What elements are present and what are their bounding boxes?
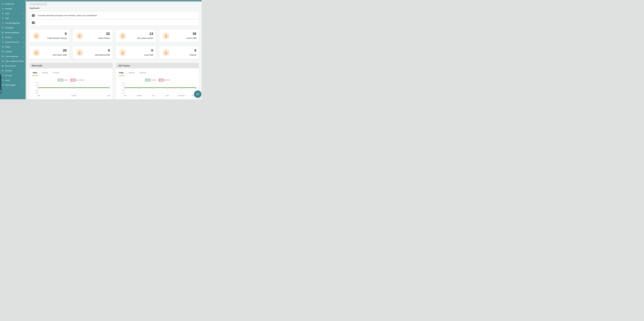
person-icon (2, 22, 4, 24)
stat-label: Student (190, 54, 196, 56)
data-point[interactable] (73, 87, 75, 88)
sidebar-item-label: Alerts (5, 79, 10, 81)
chevron-right-icon (23, 46, 24, 48)
y-tick-label: 1.0 (36, 82, 38, 83)
sidebar-item-dashboard[interactable]: Dashboard (0, 2, 25, 6)
data-point[interactable] (38, 87, 40, 88)
tab-monthly[interactable]: Monthly (52, 72, 60, 76)
sidebar-item-medication[interactable]: Medication (0, 26, 25, 30)
stat-card-international-staff[interactable]: 0 International Staff (73, 46, 112, 59)
sidebar-item-communications[interactable]: Communications (0, 54, 25, 59)
sidebar-item-client[interactable]: Client (0, 11, 25, 16)
stat-label: Non-Active Clients (137, 37, 153, 39)
tab-daily[interactable]: Daily (118, 72, 124, 76)
x-tick-label: LUNCH (137, 95, 142, 96)
legend-item-ontime: ONTIME (145, 79, 156, 81)
stat-card-non-active-clients[interactable]: 13 Non-Active Clients (116, 30, 156, 42)
sidebar-item-label: Dashboard (5, 3, 14, 5)
chevron-right-icon (23, 84, 24, 86)
sidebar-item-directors[interactable]: Directors (0, 68, 25, 73)
main-content: Dashboard Dashboard Company Birthday pro… (26, 0, 202, 99)
data-point[interactable] (181, 87, 182, 88)
sidebar-item-human-resource[interactable]: Human Resource (0, 40, 25, 45)
y-tick-label: -1.0 (35, 92, 38, 94)
data-point[interactable] (124, 87, 126, 88)
stat-value: 0 (194, 49, 196, 53)
sidebar-item-care360[interactable]: Care360 (0, 49, 25, 54)
med-audit-tabs: Daily Weekly Monthly (32, 72, 110, 76)
legend-label: MISSED (164, 79, 170, 81)
legend-swatch-red (159, 79, 164, 81)
sidebar-item-alerts[interactable]: Alerts (0, 78, 25, 83)
legend-swatch-green (145, 79, 150, 81)
stat-value: 35 (192, 32, 196, 36)
y-tick-label: 0.5 (122, 84, 124, 86)
x-tick-label: AM (38, 95, 40, 96)
stat-card-student[interactable]: 0 Student (159, 46, 199, 59)
data-point[interactable] (152, 87, 154, 88)
sidebar-item-finance[interactable]: $ Finance (0, 35, 25, 40)
stat-card-active-staff[interactable]: 35 Active Staff (159, 30, 199, 42)
data-point[interactable] (138, 87, 140, 88)
bell-icon (2, 79, 4, 81)
med-audit-chart: 1.0 0.5 0 -0.5 -1.0 (39, 82, 109, 94)
stat-value: 0 (151, 49, 153, 53)
person-icon (78, 34, 82, 38)
sidebar-item-chat-support[interactable]: Chat Support (0, 83, 25, 87)
tab-weekly[interactable]: Weekly (41, 72, 49, 76)
chevron-right-icon (23, 41, 24, 43)
x-tick-label: TEA (152, 95, 155, 96)
gridline (125, 93, 196, 93)
tab-monthly[interactable]: Monthly (139, 72, 147, 76)
chat-fab-button[interactable] (194, 91, 201, 98)
sidebar-item-pin-code[interactable]: Pin code (0, 73, 25, 78)
stat-card-local-staff[interactable]: 0 Local Staff (116, 46, 156, 59)
data-point[interactable] (167, 87, 168, 88)
stat-card-non-active-staff[interactable]: 20 Non-Active Staff (30, 46, 69, 59)
sidebar-item-label: Others (5, 46, 10, 48)
message-icon (2, 55, 4, 58)
data-point[interactable] (108, 87, 110, 88)
tab-weekly[interactable]: Weekly (128, 72, 135, 76)
sidebar-item-cqc-healthcare-news[interactable]: CQC, Healthcare News (0, 59, 25, 64)
data-point[interactable] (195, 87, 196, 88)
sidebar-item-monitoring-report[interactable]: Monitoring/Report (0, 30, 25, 35)
envelope-icon (32, 21, 35, 24)
notification-text: Company Birthday prompters now working. … (38, 14, 97, 17)
sidebar-item-label: Care Management (5, 22, 20, 24)
sidebar-item-label: Client (5, 13, 10, 15)
avatar (33, 33, 40, 39)
legend-label: NOT GIVEN (76, 79, 84, 81)
stat-card-active-clients[interactable]: 22 Active Clients (73, 30, 112, 42)
sidebar-item-care-management[interactable]: Care Management (0, 21, 25, 26)
chat-bubbles-icon (2, 60, 4, 62)
stat-label: Local Staff (144, 54, 153, 56)
chevron-right-icon (23, 8, 24, 10)
chevron-right-icon (23, 32, 24, 34)
stat-label: Active Clients (98, 37, 110, 39)
notification-row[interactable]: Company Birthday prompters now working. … (30, 12, 199, 19)
sidebar-scrollbar[interactable] (25, 0, 26, 99)
avatar (120, 33, 126, 39)
sidebar-item-staff[interactable]: Staff (0, 16, 25, 21)
stat-card-under-review-training[interactable]: 0 Under Review Training (30, 30, 69, 42)
legend-label: GIVEN (64, 79, 68, 81)
x-axis-labels: AM LUNCH TEA BED OTHERS1 OTHERS2 (125, 95, 196, 97)
sidebar-item-base-record[interactable]: ⚙ Base Record (0, 64, 25, 68)
legend-label: ONTIME (151, 79, 156, 81)
sidebar-item-label: Manager (5, 8, 12, 10)
sidebar-item-label: Finance (5, 36, 12, 38)
sidebar-item-manager[interactable]: Manager (0, 6, 25, 11)
sidebar-item-others[interactable]: Others (0, 45, 25, 49)
tab-daily[interactable]: Daily (32, 72, 38, 76)
chevron-right-icon (23, 22, 24, 24)
x-tick-label: LUNCH (71, 95, 76, 96)
notification-row[interactable] (30, 20, 199, 26)
chevron-right-icon (23, 56, 24, 57)
x-axis-labels: AM LUNCH BED (39, 95, 109, 97)
chevron-right-icon (23, 13, 24, 15)
sidebar: Dashboard Manager Client Staff Care Mana… (0, 0, 25, 99)
envelope-icon (32, 14, 35, 17)
stat-label: International Staff (95, 54, 110, 56)
legend-swatch-red (70, 79, 76, 81)
